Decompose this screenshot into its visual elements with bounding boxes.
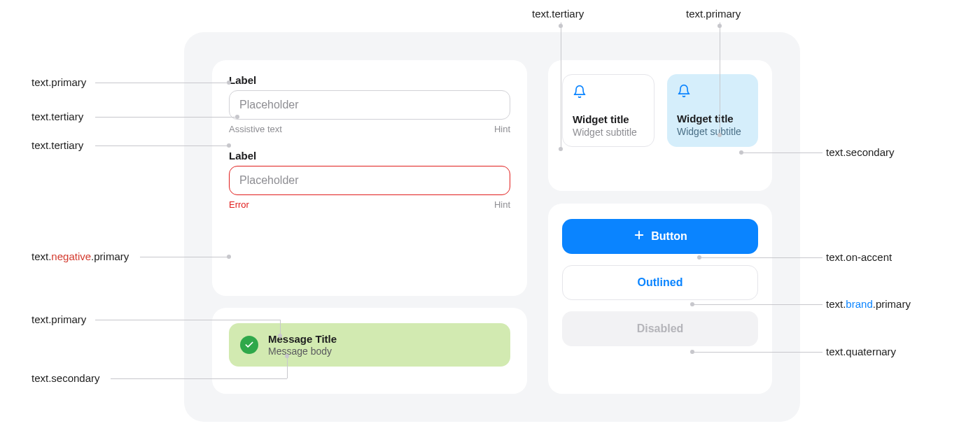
leader-line	[95, 83, 227, 83]
leader-line	[693, 304, 822, 305]
leader-dot	[559, 24, 563, 28]
button-primary-label: Button	[651, 230, 687, 243]
leader-dot	[227, 255, 231, 259]
leader-line	[561, 22, 561, 148]
anno-text-quaternary: text.quaternary	[826, 346, 896, 357]
leader-dot	[690, 350, 694, 354]
button-outlined[interactable]: Outlined	[562, 265, 758, 300]
leader-dot	[718, 133, 722, 137]
button-primary[interactable]: Button	[562, 219, 758, 254]
leader-line	[140, 257, 227, 257]
panel-message: Message Title Message body	[212, 308, 527, 394]
form-label: Label	[229, 150, 510, 162]
message-banner: Message Title Message body	[229, 323, 510, 367]
widget-card-filled[interactable]: Widget title Widget subtitle	[667, 74, 758, 147]
leader-dot	[718, 24, 722, 28]
leader-line	[280, 320, 281, 335]
anno-text-on-accent: text.on-accent	[826, 251, 892, 263]
widget-card-outline[interactable]: Widget title Widget subtitle	[562, 74, 654, 147]
leader-line	[742, 152, 822, 153]
bell-icon	[573, 85, 644, 101]
leader-dot	[697, 255, 701, 260]
leader-line	[720, 22, 720, 134]
leader-dot	[285, 354, 289, 358]
anno-text-primary: text.primary	[31, 313, 86, 325]
form-error-text: Error	[229, 199, 249, 210]
leader-dot	[690, 302, 694, 306]
panel-buttons: Button Outlined Disabled	[548, 204, 772, 394]
leader-line	[700, 257, 822, 258]
anno-text-primary: text.primary	[686, 8, 741, 20]
form-placeholder: Placeholder	[239, 99, 299, 111]
panel-forms: Label Placeholder Assistive text Hint La…	[212, 60, 527, 296]
message-body: Message body	[268, 346, 337, 357]
leader-dot	[559, 147, 563, 151]
leader-dot	[227, 80, 231, 85]
form-input[interactable]: Placeholder	[229, 90, 510, 120]
leader-line	[693, 352, 822, 353]
form-hint: Hint	[494, 199, 510, 210]
anno-text-brand-primary: text.brand.primary	[826, 298, 911, 310]
diagram-stage: Label Placeholder Assistive text Hint La…	[184, 32, 800, 422]
widget-subtitle: Widget subtitle	[677, 126, 748, 137]
form-assist-text: Assistive text	[229, 124, 282, 134]
panel-widgets: Widget title Widget subtitle Widget titl…	[548, 60, 772, 191]
form-field-error: Label Placeholder Error Hint	[229, 150, 510, 210]
form-hint: Hint	[494, 124, 510, 134]
widget-row: Widget title Widget subtitle Widget titl…	[562, 74, 758, 147]
plus-icon	[633, 229, 645, 244]
bell-icon	[677, 84, 748, 100]
anno-text-secondary: text.secondary	[31, 372, 100, 384]
button-outlined-label: Outlined	[638, 276, 683, 289]
form-input-error[interactable]: Placeholder	[229, 166, 510, 195]
leader-dot	[235, 115, 239, 119]
leader-line	[95, 117, 235, 118]
leader-dot	[227, 143, 231, 148]
leader-line	[95, 320, 280, 320]
widget-subtitle: Widget subtitle	[573, 127, 644, 138]
leader-line	[111, 378, 287, 379]
anno-text-primary: text.primary	[31, 76, 86, 88]
widget-title: Widget title	[677, 113, 748, 125]
form-placeholder: Placeholder	[239, 174, 299, 187]
anno-text-tertiary: text.tertiary	[31, 139, 83, 151]
leader-line	[287, 357, 288, 378]
leader-dot	[278, 334, 282, 338]
anno-text-secondary: text.secondary	[826, 146, 895, 158]
anno-text-tertiary: text.tertiary	[532, 8, 584, 20]
button-disabled: Disabled	[562, 311, 758, 346]
leader-dot	[739, 150, 743, 155]
button-disabled-label: Disabled	[637, 322, 684, 335]
anno-text-tertiary: text.tertiary	[31, 111, 83, 122]
widget-title: Widget title	[573, 113, 644, 125]
form-label: Label	[229, 74, 510, 86]
form-assist-row: Error Hint	[229, 199, 510, 210]
form-field-normal: Label Placeholder Assistive text Hint	[229, 74, 510, 134]
check-circle-icon	[240, 336, 258, 354]
form-assist-row: Assistive text Hint	[229, 124, 510, 134]
anno-text-negative-primary: text.negative.primary	[31, 250, 129, 262]
leader-line	[95, 145, 227, 146]
